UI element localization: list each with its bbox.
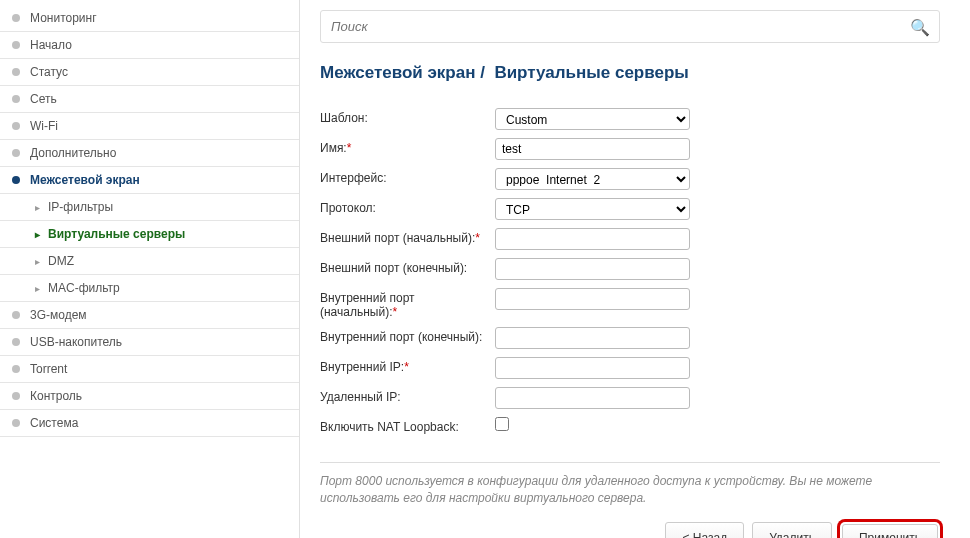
bullet-icon bbox=[12, 311, 20, 319]
nav-3g-modem[interactable]: 3G-модем bbox=[0, 302, 299, 329]
nav-firewall[interactable]: Межсетевой экран bbox=[0, 167, 299, 194]
sub-mac-filter[interactable]: ▸MAC-фильтр bbox=[0, 275, 299, 302]
input-int-port-start[interactable] bbox=[495, 288, 690, 310]
bullet-icon bbox=[12, 41, 20, 49]
nav-label: Статус bbox=[30, 65, 68, 79]
input-ext-port-end[interactable] bbox=[495, 258, 690, 280]
nav-label: Система bbox=[30, 416, 78, 430]
nav-usb-storage[interactable]: USB-накопитель bbox=[0, 329, 299, 356]
label-int-ip: Внутренний IP:* bbox=[320, 357, 495, 374]
page-title: Межсетевой экран / Виртуальные серверы bbox=[320, 63, 940, 83]
search-icon[interactable]: 🔍 bbox=[910, 18, 930, 37]
input-ext-port-start[interactable] bbox=[495, 228, 690, 250]
nav-label: Контроль bbox=[30, 389, 82, 403]
label-int-port-end: Внутренний порт (конечный): bbox=[320, 327, 495, 344]
nav-start[interactable]: Начало bbox=[0, 32, 299, 59]
nav-label: 3G-модем bbox=[30, 308, 87, 322]
nav-control[interactable]: Контроль bbox=[0, 383, 299, 410]
nav-label: Мониторинг bbox=[30, 11, 97, 25]
nav-label: Сеть bbox=[30, 92, 57, 106]
select-interface[interactable]: pppoe_Internet_2 bbox=[495, 168, 690, 190]
back-button[interactable]: < Назад bbox=[665, 522, 744, 538]
nav-torrent[interactable]: Torrent bbox=[0, 356, 299, 383]
input-int-port-end[interactable] bbox=[495, 327, 690, 349]
note-text: Порт 8000 используется в конфигурации дл… bbox=[320, 462, 940, 507]
input-int-ip[interactable] bbox=[495, 357, 690, 379]
nav-label: Начало bbox=[30, 38, 72, 52]
nav-label: Wi-Fi bbox=[30, 119, 58, 133]
input-name[interactable] bbox=[495, 138, 690, 160]
sub-ip-filters[interactable]: ▸IP-фильтры bbox=[0, 194, 299, 221]
bullet-icon bbox=[12, 95, 20, 103]
nav-monitoring[interactable]: Мониторинг bbox=[0, 5, 299, 32]
delete-button[interactable]: Удалить bbox=[752, 522, 832, 538]
chevron-right-icon: ▸ bbox=[35, 283, 40, 294]
sub-dmz[interactable]: ▸DMZ bbox=[0, 248, 299, 275]
label-nat-loopback: Включить NAT Loopback: bbox=[320, 417, 495, 434]
apply-highlight: Применить bbox=[840, 522, 940, 538]
sidebar: Мониторинг Начало Статус Сеть Wi-Fi Допо… bbox=[0, 0, 300, 538]
button-row: < Назад Удалить Применить bbox=[320, 522, 940, 538]
label-interface: Интерфейс: bbox=[320, 168, 495, 185]
bullet-icon bbox=[12, 176, 20, 184]
label-name: Имя:* bbox=[320, 138, 495, 155]
bullet-icon bbox=[12, 122, 20, 130]
sub-label: MAC-фильтр bbox=[48, 281, 120, 295]
nav-label: Межсетевой экран bbox=[30, 173, 140, 187]
bullet-icon bbox=[12, 392, 20, 400]
bullet-icon bbox=[12, 149, 20, 157]
input-remote-ip[interactable] bbox=[495, 387, 690, 409]
main-content: 🔍 Межсетевой экран / Виртуальные серверы… bbox=[300, 0, 970, 538]
nav-label: USB-накопитель bbox=[30, 335, 122, 349]
chevron-right-icon: ▸ bbox=[35, 202, 40, 213]
nav-advanced[interactable]: Дополнительно bbox=[0, 140, 299, 167]
bullet-icon bbox=[12, 14, 20, 22]
search-input[interactable] bbox=[320, 10, 940, 43]
label-int-port-start: Внутренний порт (начальный):* bbox=[320, 288, 495, 319]
bullet-icon bbox=[12, 419, 20, 427]
chevron-right-icon: ▸ bbox=[35, 256, 40, 267]
search-row: 🔍 bbox=[320, 10, 940, 43]
label-ext-port-end: Внешний порт (конечный): bbox=[320, 258, 495, 275]
sub-virtual-servers[interactable]: ▸Виртуальные серверы bbox=[0, 221, 299, 248]
sub-label: Виртуальные серверы bbox=[48, 227, 185, 241]
apply-button[interactable]: Применить bbox=[842, 524, 938, 538]
nav-status[interactable]: Статус bbox=[0, 59, 299, 86]
nav-label: Дополнительно bbox=[30, 146, 116, 160]
label-template: Шаблон: bbox=[320, 108, 495, 125]
nav-label: Torrent bbox=[30, 362, 67, 376]
select-template[interactable]: Custom bbox=[495, 108, 690, 130]
label-ext-port-start: Внешний порт (начальный):* bbox=[320, 228, 495, 245]
bullet-icon bbox=[12, 68, 20, 76]
breadcrumb-parent: Межсетевой экран bbox=[320, 63, 475, 82]
checkbox-nat-loopback[interactable] bbox=[495, 417, 509, 431]
select-protocol[interactable]: TCP bbox=[495, 198, 690, 220]
bullet-icon bbox=[12, 338, 20, 346]
nav-network[interactable]: Сеть bbox=[0, 86, 299, 113]
sub-label: IP-фильтры bbox=[48, 200, 113, 214]
chevron-right-icon: ▸ bbox=[35, 229, 40, 240]
nav-system[interactable]: Система bbox=[0, 410, 299, 437]
nav-wifi[interactable]: Wi-Fi bbox=[0, 113, 299, 140]
breadcrumb-current: Виртуальные серверы bbox=[494, 63, 688, 82]
sub-label: DMZ bbox=[48, 254, 74, 268]
label-protocol: Протокол: bbox=[320, 198, 495, 215]
label-remote-ip: Удаленный IP: bbox=[320, 387, 495, 404]
bullet-icon bbox=[12, 365, 20, 373]
